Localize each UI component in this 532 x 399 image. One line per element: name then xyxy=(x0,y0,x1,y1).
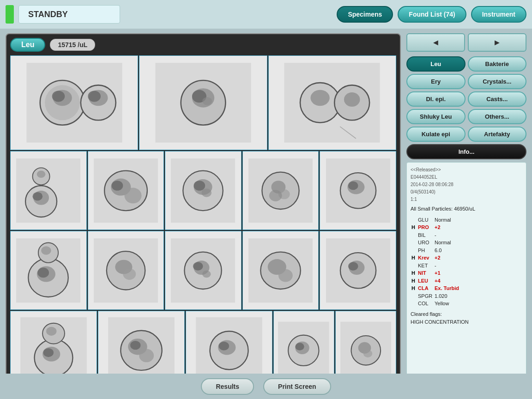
cell-3-2[interactable] xyxy=(88,231,164,310)
cat-crystals-button[interactable]: Crystals... xyxy=(468,74,527,89)
svg-point-62 xyxy=(278,269,293,282)
cat-shluky-leu-button[interactable]: Shluky Leu xyxy=(406,109,466,124)
print-screen-button[interactable]: Print Screen xyxy=(263,378,331,395)
cat-info-button[interactable]: Info... xyxy=(406,144,526,159)
chem-row: H BIL - xyxy=(411,231,522,239)
category-grid: Leu Bakterie Ery Crystals... Dl. epi. Ca… xyxy=(406,56,526,159)
found-list-button[interactable]: Found List (74) xyxy=(398,6,466,23)
grid-row-2 xyxy=(10,151,396,230)
image-grid xyxy=(10,55,396,390)
cat-casts-button[interactable]: Casts... xyxy=(468,91,527,107)
cell-3-1[interactable] xyxy=(10,231,87,310)
cat-bakterie-button[interactable]: Bakterie xyxy=(468,56,527,72)
instrument-button[interactable]: Instrument xyxy=(471,6,526,23)
released-line: <<Released>> E0444052EL 2014-02-28 08:06… xyxy=(411,166,522,203)
chem-table: H GLU Normal H PRO +2 H BIL - H URO Norm… xyxy=(411,216,522,308)
cell-2-1[interactable] xyxy=(10,151,87,230)
cat-artefakty-button[interactable]: Artefakty xyxy=(468,127,527,142)
cat-kulate-epi-button[interactable]: Kulate epi xyxy=(406,127,466,142)
cat-dl-epi-button[interactable]: Dl. epi. xyxy=(406,91,466,107)
cell-3-5[interactable] xyxy=(320,231,396,310)
cell-1-2[interactable] xyxy=(139,55,267,150)
svg-point-57 xyxy=(193,262,203,271)
cell-2-3[interactable] xyxy=(165,151,242,230)
svg-point-24 xyxy=(37,170,46,177)
svg-point-33 xyxy=(194,181,206,191)
chem-row: H PH 6.0 xyxy=(411,247,522,254)
cat-others-button[interactable]: Others... xyxy=(468,109,527,124)
chem-row: H LEU +4 xyxy=(411,277,522,285)
cleared-flags: Cleared flags: HIGH CONCENTRATION xyxy=(411,310,522,326)
svg-point-12 xyxy=(202,97,212,105)
svg-point-22 xyxy=(33,192,43,201)
svg-point-47 xyxy=(38,267,49,278)
chem-row: H Krev +2 xyxy=(411,254,522,262)
leu-label-button[interactable]: Leu xyxy=(10,38,45,52)
right-panel: ◄ ► Leu Bakterie Ery Crystals... Dl. epi… xyxy=(406,33,526,394)
cell-2-5[interactable] xyxy=(320,151,396,230)
cell-1-3[interactable] xyxy=(268,55,396,150)
top-nav-buttons: Specimens Found List (74) Instrument xyxy=(337,6,526,23)
grid-row-1 xyxy=(10,55,396,150)
chem-row: H COL Yellow xyxy=(411,300,522,308)
bottom-bar: Results Print Screen xyxy=(0,374,532,399)
svg-point-77 xyxy=(130,341,140,350)
svg-point-72 xyxy=(46,326,56,335)
cell-2-2[interactable] xyxy=(88,151,164,230)
chem-row: H URO Normal xyxy=(411,239,522,247)
grid-row-3 xyxy=(10,231,396,310)
cell-3-3[interactable] xyxy=(165,231,242,310)
main-content: Leu 15715 /uL xyxy=(0,29,532,399)
next-button[interactable]: ► xyxy=(468,33,526,52)
cell-2-4[interactable] xyxy=(242,151,319,230)
label-row: Leu 15715 /uL xyxy=(10,38,396,52)
chem-row: H PRO +2 xyxy=(411,224,522,231)
svg-point-49 xyxy=(41,246,51,255)
svg-point-70 xyxy=(43,348,54,357)
count-label: 15715 /uL xyxy=(50,39,95,51)
nav-arrows: ◄ ► xyxy=(406,33,526,52)
svg-point-53 xyxy=(123,268,136,280)
status-indicator xyxy=(6,5,14,24)
chem-row: H SPGR 1.020 xyxy=(411,292,522,300)
cat-leu-button[interactable]: Leu xyxy=(406,56,466,72)
top-bar: STANDBY Specimens Found List (74) Instru… xyxy=(0,0,532,29)
chem-row: H NIT +1 xyxy=(411,269,522,277)
svg-point-34 xyxy=(202,188,212,197)
specimens-button[interactable]: Specimens xyxy=(337,6,393,23)
chem-row: H CLA Ex. Turbid xyxy=(411,284,522,292)
chem-row: H GLU Normal xyxy=(411,216,522,224)
info-panel: <<Released>> E0444052EL 2014-02-28 08:06… xyxy=(406,162,526,394)
prev-button[interactable]: ◄ xyxy=(406,33,465,52)
svg-point-29 xyxy=(111,181,123,191)
svg-point-39 xyxy=(269,190,282,201)
cat-ery-button[interactable]: Ery xyxy=(406,74,466,89)
chem-row: H KET - xyxy=(411,262,522,270)
svg-point-85 xyxy=(296,343,304,351)
svg-point-15 xyxy=(311,90,330,106)
svg-point-43 xyxy=(348,181,358,190)
svg-point-4 xyxy=(52,91,65,102)
results-button[interactable]: Results xyxy=(201,378,254,395)
svg-point-89 xyxy=(363,350,372,357)
svg-point-58 xyxy=(202,271,211,278)
svg-point-81 xyxy=(218,341,229,350)
standby-label: STANDBY xyxy=(18,5,120,24)
cell-3-4[interactable] xyxy=(242,231,319,310)
svg-point-7 xyxy=(88,91,101,102)
svg-point-66 xyxy=(348,262,358,271)
svg-point-28 xyxy=(124,187,141,203)
image-panel: Leu 15715 /uL xyxy=(6,33,401,394)
particles-line: All Small Particles: 46950/uL xyxy=(411,205,522,213)
svg-point-76 xyxy=(139,349,154,362)
svg-point-17 xyxy=(344,92,360,107)
cell-1-1[interactable] xyxy=(10,55,138,150)
